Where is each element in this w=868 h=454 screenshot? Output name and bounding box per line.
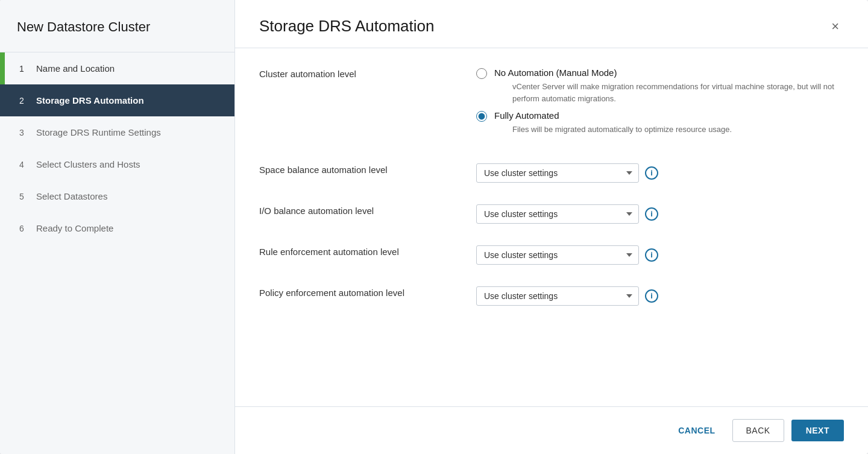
main-panel: Storage DRS Automation × Cluster automat… [235, 0, 868, 454]
main-title: Storage DRS Automation [259, 17, 435, 36]
cluster-automation-row: Cluster automation level No Automation (… [259, 68, 844, 142]
radio-label-no-automation[interactable]: No Automation (Manual Mode) [494, 68, 617, 78]
radio-desc-fully-automated: Files will be migrated automatically to … [512, 124, 732, 136]
sidebar: New Datastore Cluster 1Name and Location… [0, 0, 235, 454]
io-balance-row: I/O balance automation level Use cluster… [259, 204, 844, 224]
main-header: Storage DRS Automation × [235, 0, 868, 48]
policy-enforcement-row: Policy enforcement automation level Use … [259, 286, 844, 306]
back-button[interactable]: BACK [732, 419, 784, 442]
step-number: 6 [19, 224, 29, 233]
io-balance-dropdown-row: Use cluster settingsNo Automation (Manua… [476, 204, 844, 224]
rule-enforcement-select[interactable]: Use cluster settingsNo Automation (Manua… [476, 245, 639, 265]
step-label: Storage DRS Automation [36, 95, 144, 106]
policy-enforcement-control: Use cluster settingsNo Automation (Manua… [476, 286, 844, 306]
policy-enforcement-label: Policy enforcement automation level [259, 286, 476, 298]
cancel-button[interactable]: CANCEL [668, 420, 725, 441]
sidebar-step-4[interactable]: 4Select Clusters and Hosts [0, 148, 234, 180]
rule-enforcement-dropdown-row: Use cluster settingsNo Automation (Manua… [476, 245, 844, 265]
sidebar-step-6[interactable]: 6Ready to Complete [0, 212, 234, 244]
modal-dialog: New Datastore Cluster 1Name and Location… [0, 0, 868, 454]
space-balance-control: Use cluster settingsNo Automation (Manua… [476, 163, 844, 183]
space-balance-label: Space balance automation level [259, 163, 476, 175]
io-balance-select[interactable]: Use cluster settingsNo Automation (Manua… [476, 204, 639, 224]
policy-enforcement-info-icon[interactable]: i [645, 289, 658, 303]
rule-enforcement-label: Rule enforcement automation level [259, 245, 476, 257]
space-balance-select[interactable]: Use cluster settingsNo Automation (Manua… [476, 163, 639, 183]
rule-enforcement-row: Rule enforcement automation level Use cl… [259, 245, 844, 265]
io-balance-control: Use cluster settingsNo Automation (Manua… [476, 204, 844, 224]
radio-fully-automated[interactable] [476, 111, 487, 122]
close-button[interactable]: × [826, 17, 844, 36]
policy-enforcement-dropdown-row: Use cluster settingsNo Automation (Manua… [476, 286, 844, 306]
main-body: Cluster automation level No Automation (… [235, 48, 868, 406]
cluster-automation-label: Cluster automation level [259, 68, 476, 79]
space-balance-info-icon[interactable]: i [645, 166, 658, 180]
radio-label-fully-automated[interactable]: Fully Automated [494, 110, 559, 121]
radio-row-no-automation: No Automation (Manual Mode) vCenter Serv… [476, 68, 844, 104]
step-number: 2 [19, 96, 29, 106]
radio-option-no-automation: No Automation (Manual Mode) vCenter Serv… [476, 68, 844, 104]
sidebar-steps: 1Name and Location2Storage DRS Automatio… [0, 52, 234, 244]
step-label: Select Datastores [36, 191, 107, 201]
radio-option-fully-automated: Fully Automated Files will be migrated a… [476, 110, 844, 136]
sidebar-step-1[interactable]: 1Name and Location [0, 52, 234, 84]
main-footer: CANCEL BACK NEXT [235, 406, 868, 454]
sidebar-step-3[interactable]: 3Storage DRS Runtime Settings [0, 116, 234, 148]
step-label: Name and Location [36, 63, 115, 74]
step-number: 4 [19, 160, 29, 169]
io-balance-label: I/O balance automation level [259, 204, 476, 216]
step-label: Storage DRS Runtime Settings [36, 127, 161, 137]
step-number: 5 [19, 192, 29, 201]
sidebar-step-2[interactable]: 2Storage DRS Automation [0, 84, 234, 116]
sidebar-title: New Datastore Cluster [0, 0, 234, 52]
io-balance-info-icon[interactable]: i [645, 207, 658, 221]
step-label: Select Clusters and Hosts [36, 159, 140, 169]
sidebar-step-5[interactable]: 5Select Datastores [0, 180, 234, 212]
next-button[interactable]: NEXT [791, 420, 844, 441]
radio-no-automation[interactable] [476, 68, 487, 79]
policy-enforcement-select[interactable]: Use cluster settingsNo Automation (Manua… [476, 286, 639, 306]
rule-enforcement-info-icon[interactable]: i [645, 248, 658, 262]
step-label: Ready to Complete [36, 223, 113, 233]
radio-desc-no-automation: vCenter Server will make migration recom… [512, 81, 844, 104]
space-balance-row: Space balance automation level Use clust… [259, 163, 844, 183]
space-balance-dropdown-row: Use cluster settingsNo Automation (Manua… [476, 163, 844, 183]
radio-row-fully-automated: Fully Automated Files will be migrated a… [476, 110, 844, 136]
step-number: 3 [19, 128, 29, 137]
rule-enforcement-control: Use cluster settingsNo Automation (Manua… [476, 245, 844, 265]
step-number: 1 [19, 64, 29, 74]
cluster-automation-control: No Automation (Manual Mode) vCenter Serv… [476, 68, 844, 142]
